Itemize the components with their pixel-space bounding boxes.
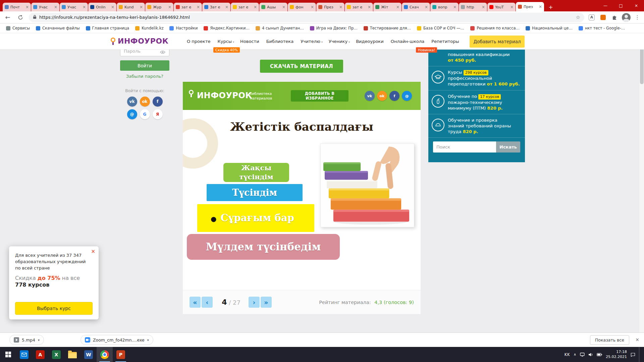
tab-close-icon[interactable]: × <box>282 5 285 9</box>
last-page-button[interactable]: » <box>261 297 272 308</box>
hidden-icons-chevron[interactable]: ∧ <box>574 352 576 357</box>
show-all-downloads-button[interactable]: Показать все <box>590 335 629 345</box>
prev-page-button[interactable]: ‹ <box>202 297 213 308</box>
nav-item[interactable]: Курсы▾ <box>218 39 234 44</box>
bookmark-item[interactable]: 4 сынып Дуниетан… <box>253 24 307 32</box>
social-login-button[interactable]: Я <box>153 109 163 119</box>
nav-item[interactable]: Видеоуроки <box>356 39 385 44</box>
course-promo-item[interactable]: Курсы 298 курсов профессиональной перепо… <box>428 66 525 90</box>
forgot-password-link[interactable]: Забыли пароль? <box>120 74 169 79</box>
browser-tab[interactable]: Почт × <box>3 3 31 11</box>
taskbar-explorer-icon[interactable] <box>64 347 80 362</box>
browser-menu-icon[interactable]: ⋮ <box>635 14 640 20</box>
tab-close-icon[interactable]: × <box>339 5 342 9</box>
taskbar-acrobat-icon[interactable]: A <box>32 347 48 362</box>
browser-tab[interactable]: http × <box>459 3 487 11</box>
refresh-button[interactable] <box>15 12 25 22</box>
browser-tab[interactable]: През × <box>516 2 544 11</box>
browser-tab[interactable]: Учас × <box>60 3 88 11</box>
chevron-down-icon[interactable]: ▾ <box>147 338 149 342</box>
social-login-button[interactable]: f <box>153 97 163 107</box>
bookmark-item[interactable]: Решения по класса… <box>468 24 522 32</box>
tab-close-icon[interactable]: × <box>539 5 542 9</box>
download-bar-close-icon[interactable]: × <box>635 337 639 342</box>
bookmark-star-icon[interactable]: ☆ <box>576 14 580 20</box>
bookmark-item[interactable]: нкт тест - Google-… <box>576 24 628 32</box>
browser-tab[interactable]: Onlin × <box>88 3 116 11</box>
tab-close-icon[interactable]: × <box>168 5 171 9</box>
bookmark-item[interactable]: Игра на Двоих: Пр… <box>307 24 360 32</box>
page-scrollbar[interactable] <box>639 33 644 333</box>
popup-close-icon[interactable]: × <box>91 248 95 254</box>
browser-tab[interactable]: зат е × <box>345 3 373 11</box>
browser-tab[interactable]: Жур × <box>145 3 173 11</box>
browser-tab[interactable]: Kund × <box>117 3 145 11</box>
tab-close-icon[interactable]: × <box>425 5 428 9</box>
browser-tab[interactable]: вопр × <box>430 3 459 11</box>
social-share-button[interactable]: @ <box>402 91 412 101</box>
social-login-button[interactable]: @ <box>127 109 137 119</box>
login-button[interactable]: Войти <box>120 60 169 71</box>
download-item[interactable]: 5.mp4 ▾ <box>9 335 44 345</box>
add-to-favorites-button[interactable]: ДОБАВИТЬ В ИЗБРАННОЕ <box>291 90 348 102</box>
nav-item[interactable]: Онлайн-школа <box>391 39 426 44</box>
nav-item[interactable]: Ученику▾ <box>329 39 350 44</box>
taskbar-clock[interactable]: 17:18 25.02.2021 <box>606 350 627 360</box>
browser-tab[interactable]: Ашы × <box>259 3 287 11</box>
tab-close-icon[interactable]: × <box>254 5 257 9</box>
sidebar-search-input[interactable] <box>433 141 496 153</box>
nav-item[interactable]: Учителю▾ <box>301 39 323 44</box>
tab-close-icon[interactable]: × <box>197 5 200 9</box>
address-bar[interactable]: https://infourok.ru/prezentaciya-na-temu… <box>29 13 584 22</box>
bookmark-item[interactable]: Скачанные файлы <box>33 24 83 32</box>
browser-tab[interactable]: През × <box>316 3 344 11</box>
nav-item[interactable]: Библиотека <box>266 39 295 44</box>
browser-tab[interactable]: зат е × <box>231 3 259 11</box>
nav-item[interactable]: О проекте <box>187 39 212 44</box>
bookmark-item[interactable]: База СОР и СОЧ —… <box>414 24 467 32</box>
browser-tab[interactable]: Жіт × <box>373 3 401 11</box>
back-button[interactable]: ← <box>3 12 13 22</box>
social-login-button[interactable]: ok <box>140 97 150 107</box>
tab-close-icon[interactable]: × <box>482 5 485 9</box>
bookmark-item[interactable]: Настройки <box>167 24 200 32</box>
social-share-button[interactable]: vk <box>365 91 375 101</box>
tab-close-icon[interactable]: × <box>510 5 514 9</box>
browser-tab[interactable]: YouT × <box>487 3 516 11</box>
chevron-down-icon[interactable]: ▾ <box>38 338 40 342</box>
choose-course-button[interactable]: Выбрать курс <box>15 302 93 315</box>
translate-icon[interactable]: A <box>588 13 596 21</box>
nav-item[interactable]: Репетиторы <box>431 39 460 44</box>
language-indicator[interactable]: KK <box>565 352 570 357</box>
browser-tab[interactable]: Зат е × <box>202 3 230 11</box>
bookmark-item[interactable]: Kundelik.kz <box>132 24 166 32</box>
tab-close-icon[interactable]: × <box>25 5 29 9</box>
sidebar-search-button[interactable]: Искать <box>496 141 520 153</box>
download-item[interactable]: Zoom_cm_fo42mn....exe ▾ <box>80 335 153 345</box>
show-desktop-button[interactable] <box>639 347 641 362</box>
browser-tab[interactable]: Учас × <box>31 3 59 11</box>
next-page-button[interactable]: › <box>249 297 260 308</box>
taskbar-powerpoint-icon[interactable]: P <box>113 347 129 362</box>
bookmark-item[interactable]: Национальный це… <box>523 24 575 32</box>
tab-close-icon[interactable]: × <box>111 5 114 9</box>
volume-icon[interactable] <box>588 353 593 357</box>
taskbar-word-icon[interactable]: W <box>80 347 97 362</box>
browser-tab[interactable]: фон × <box>288 3 316 11</box>
notification-center-icon[interactable] <box>631 353 635 357</box>
social-login-button[interactable]: vk <box>127 97 137 107</box>
tab-close-icon[interactable]: × <box>453 5 457 9</box>
first-page-button[interactable]: « <box>190 297 201 308</box>
course-promo-item[interactable]: повышения квалификации от 450 руб. <box>428 50 525 66</box>
bookmark-item[interactable]: Яндекс.Картинки… <box>201 24 252 32</box>
tab-close-icon[interactable]: × <box>225 5 228 9</box>
bookmark-item[interactable]: Главная страница <box>83 24 132 32</box>
taskbar-excel-icon[interactable]: X <box>48 347 64 362</box>
minimize-button[interactable]: — <box>598 0 613 11</box>
profile-avatar[interactable] <box>622 13 631 22</box>
new-tab-button[interactable]: + <box>546 3 555 11</box>
tab-close-icon[interactable]: × <box>368 5 371 9</box>
tab-close-icon[interactable]: × <box>396 5 399 9</box>
browser-tab[interactable]: зат е × <box>174 3 202 11</box>
taskbar-chrome-icon[interactable] <box>97 347 113 362</box>
